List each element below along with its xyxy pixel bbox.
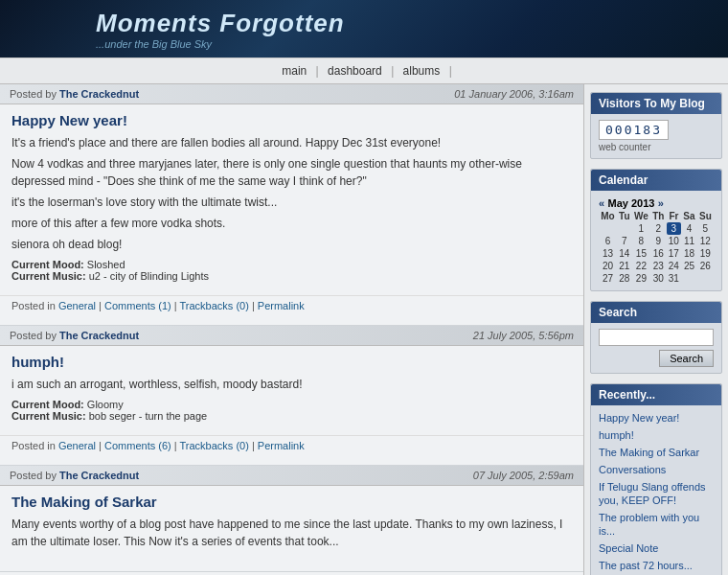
- visitors-box: Visitors To My Blog 000183 web counter: [590, 92, 722, 159]
- cal-th-tu: Tu: [617, 210, 632, 222]
- calendar-day[interactable]: 13: [599, 247, 617, 260]
- post-2-date: 21 July 2005, 5:56pm: [473, 330, 574, 341]
- calendar-day[interactable]: 26: [697, 260, 714, 272]
- calendar-day[interactable]: 25: [681, 260, 697, 272]
- post-1-trackbacks[interactable]: Trackbacks (0): [180, 300, 249, 311]
- calendar-day[interactable]: 20: [599, 260, 617, 272]
- calendar-day[interactable]: 16: [650, 247, 667, 260]
- calendar-day[interactable]: 29: [632, 272, 650, 285]
- calendar-row: 2728293031: [599, 272, 714, 285]
- post-2-title[interactable]: humph!: [11, 354, 572, 370]
- calendar-row: 13141516171819: [599, 247, 714, 260]
- nav-dashboard[interactable]: dashboard: [322, 64, 388, 78]
- list-item: Conversations: [599, 463, 714, 476]
- calendar-day[interactable]: 11: [681, 235, 697, 247]
- recently-link[interactable]: humph!: [599, 429, 634, 441]
- recently-link[interactable]: Conversations: [599, 464, 666, 475]
- calendar-day[interactable]: 1: [632, 222, 650, 235]
- post-2-trackbacks[interactable]: Trackbacks (0): [180, 440, 249, 451]
- recently-link[interactable]: The problem with you is...: [599, 512, 699, 537]
- calendar-day[interactable]: 6: [599, 235, 617, 247]
- post-1-title[interactable]: Happy New year!: [11, 112, 572, 128]
- post-1-author: The Crackednut: [59, 88, 139, 100]
- calendar-day[interactable]: 19: [697, 247, 714, 260]
- calendar-day[interactable]: 14: [617, 247, 632, 260]
- calendar-content: « May 2013 » Mo Tu We Th Fr Sa Su: [591, 191, 721, 290]
- post-1-p4: more of this after a few more vodka shot…: [11, 215, 572, 232]
- post-1-comments[interactable]: Comments (1): [104, 300, 171, 311]
- calendar-day[interactable]: 10: [667, 235, 681, 247]
- recently-link[interactable]: Happy New year!: [599, 412, 679, 424]
- post-1-body: Happy New year! It's a friend's place an…: [0, 104, 583, 289]
- site-subtitle: ...under the Big Blue Sky: [96, 38, 728, 50]
- search-button[interactable]: Search: [659, 350, 714, 367]
- calendar-day[interactable]: 7: [617, 235, 632, 247]
- calendar-day[interactable]: 9: [650, 235, 667, 247]
- post-1-p1: It's a friend's place and there are fall…: [11, 134, 572, 151]
- list-item: humph!: [599, 428, 714, 442]
- cal-th-sa: Sa: [681, 210, 697, 222]
- calendar-row: 20212223242526: [599, 260, 714, 272]
- cal-th-th: Th: [650, 210, 667, 222]
- post-1-p2: Now 4 vodkas and three maryjanes later, …: [11, 155, 572, 190]
- cal-prev-arrow[interactable]: «: [599, 197, 604, 209]
- site-title: Moments Forgotten: [96, 9, 728, 38]
- calendar-day[interactable]: 27: [599, 272, 617, 285]
- cal-th-su: Su: [697, 210, 714, 222]
- calendar-day[interactable]: 31: [667, 272, 681, 285]
- post-1-mood: Current Mood: Sloshed: [11, 259, 572, 270]
- search-input[interactable]: [599, 329, 714, 346]
- post-2-comments[interactable]: Comments (6): [104, 440, 171, 451]
- post-1-meta: Current Mood: Sloshed Current Music: u2 …: [11, 259, 572, 282]
- calendar-body: 1234567891011121314151617181920212223242…: [599, 222, 714, 285]
- calendar-day[interactable]: 15: [632, 247, 650, 260]
- post-2-footer: Posted in General | Comments (6) | Track…: [0, 435, 583, 455]
- search-content: Search: [591, 323, 721, 373]
- calendar-day: [697, 272, 714, 285]
- post-3-body: The Making of Sarkar Many events worthy …: [0, 486, 583, 562]
- calendar-day[interactable]: 23: [650, 260, 667, 272]
- post-2-music: Current Music: bob seger - turn the page: [11, 410, 572, 422]
- cal-next-arrow[interactable]: »: [658, 197, 664, 209]
- calendar-day[interactable]: 30: [650, 272, 667, 285]
- sidebar: Visitors To My Blog 000183 web counter C…: [584, 84, 728, 575]
- site-header: Moments Forgotten ...under the Big Blue …: [0, 0, 728, 58]
- calendar-day[interactable]: 4: [681, 222, 697, 235]
- post-1-category[interactable]: General: [58, 300, 96, 311]
- nav-albums[interactable]: albums: [398, 64, 446, 78]
- calendar-title: Calendar: [591, 170, 721, 191]
- calendar-day[interactable]: 18: [681, 247, 697, 260]
- calendar-day[interactable]: 22: [632, 260, 650, 272]
- cal-th-fr: Fr: [667, 210, 681, 222]
- post-1-permalink[interactable]: Permalink: [258, 300, 305, 311]
- calendar-day: [599, 222, 617, 235]
- visitors-content: 000183 web counter: [591, 114, 721, 158]
- calendar-day[interactable]: 5: [697, 222, 714, 235]
- recently-link[interactable]: The past 72 hours...: [599, 560, 693, 571]
- recently-link[interactable]: The Making of Sarkar: [599, 447, 699, 458]
- post-2-permalink[interactable]: Permalink: [258, 440, 305, 451]
- calendar-day[interactable]: 12: [697, 235, 714, 247]
- post-2-category[interactable]: General: [58, 440, 96, 451]
- calendar-row: 12345: [599, 222, 714, 235]
- post-1-p3: it's the loserman's love story with the …: [11, 194, 572, 211]
- search-box: Search Search: [590, 301, 722, 374]
- recently-link[interactable]: Special Note: [599, 542, 658, 554]
- calendar-nav: « May 2013 »: [599, 196, 714, 210]
- recently-link[interactable]: If Telugu Slang offends you, KEEP OFF!: [599, 481, 706, 506]
- list-item: The problem with you is...: [599, 511, 714, 538]
- calendar-day[interactable]: 21: [617, 260, 632, 272]
- calendar-day[interactable]: 28: [617, 272, 632, 285]
- list-item: The past 72 hours...: [599, 559, 714, 572]
- calendar-day[interactable]: 17: [667, 247, 681, 260]
- calendar-day[interactable]: 8: [632, 235, 650, 247]
- post-2-author-line: Posted by The Crackednut: [10, 330, 139, 341]
- nav-main[interactable]: main: [276, 64, 312, 78]
- post-1-music: Current Music: u2 - city of Blinding Lig…: [11, 270, 572, 282]
- post-3-title[interactable]: The Making of Sarkar: [11, 494, 572, 510]
- calendar-day[interactable]: 3: [667, 222, 681, 235]
- recently-content: Happy New year!humph!The Making of Sarka…: [591, 405, 721, 575]
- web-counter-label: web counter: [599, 142, 714, 152]
- calendar-day[interactable]: 24: [667, 260, 681, 272]
- calendar-day[interactable]: 2: [650, 222, 667, 235]
